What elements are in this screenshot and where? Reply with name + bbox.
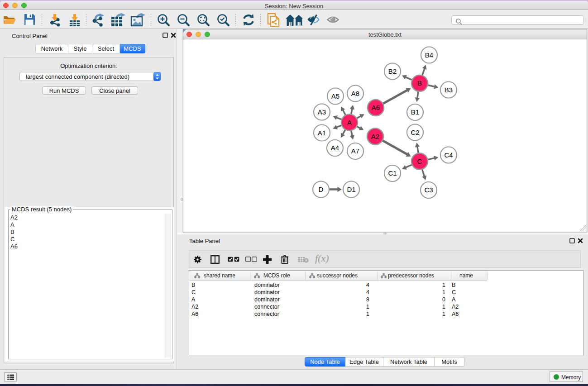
- svg-text:B1: B1: [411, 108, 419, 116]
- svg-text:B2: B2: [388, 67, 397, 75]
- svg-text:A8: A8: [351, 90, 359, 97]
- svg-text:A5: A5: [331, 92, 339, 100]
- svg-text:C4: C4: [444, 151, 453, 159]
- svg-text:B4: B4: [425, 51, 433, 59]
- svg-text:A3: A3: [318, 108, 326, 116]
- svg-text:A4: A4: [331, 144, 339, 152]
- svg-text:C3: C3: [424, 186, 433, 194]
- svg-text:D1: D1: [347, 186, 355, 193]
- svg-text:A2: A2: [371, 133, 379, 140]
- svg-text:A: A: [347, 119, 352, 126]
- svg-text:B3: B3: [445, 86, 453, 94]
- svg-text:C1: C1: [388, 169, 397, 177]
- svg-text:D: D: [319, 186, 324, 193]
- svg-text:A6: A6: [372, 104, 380, 111]
- svg-text:C2: C2: [411, 129, 419, 136]
- svg-text:A1: A1: [318, 129, 326, 137]
- svg-text:C: C: [417, 157, 422, 165]
- svg-text:B: B: [417, 79, 422, 87]
- svg-text:A7: A7: [351, 147, 359, 155]
